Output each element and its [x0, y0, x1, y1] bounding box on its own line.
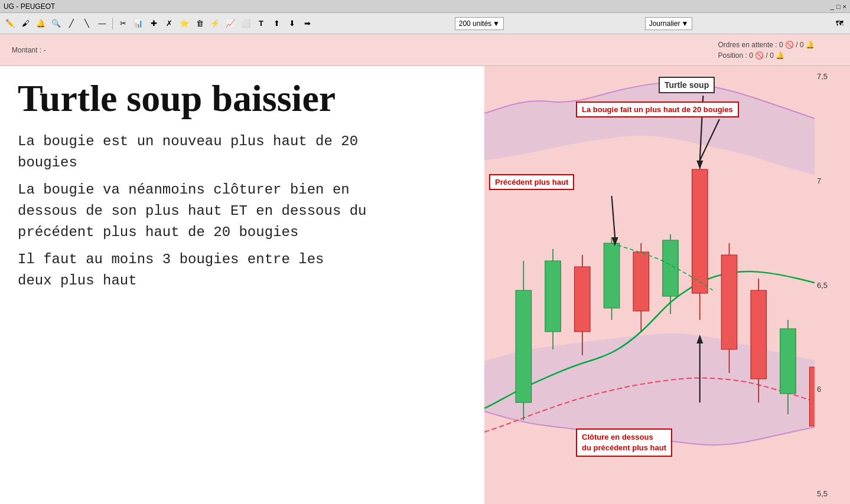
desc-line-3: Il faut au moins 3 bougies entre lesdeux…: [18, 249, 467, 292]
position-value2: 0: [770, 51, 774, 60]
app-title: UG - PEUGEOT: [4, 2, 55, 11]
tool-brush[interactable]: 🖌: [19, 17, 32, 30]
annotation-bougie-20: La bougie fait un plus haut de 20 bougie…: [576, 102, 739, 117]
tool-chart[interactable]: 📊: [132, 17, 145, 30]
minimize-btn[interactable]: _: [831, 3, 834, 10]
y-label-65: 6,5: [817, 281, 848, 290]
orders-value2: 0: [800, 41, 804, 49]
orders-icon2: 🔔: [806, 41, 815, 49]
annotation-turtle-soup: Turtle soup: [659, 77, 715, 93]
desc-line-2: La bougie va néanmoins clôturer bien end…: [18, 179, 467, 243]
tool-arrowup-chart[interactable]: 📈: [224, 17, 237, 30]
right-panel: Turtle soup La bougie fait un plus haut …: [484, 66, 850, 504]
tool-bell[interactable]: 🔔: [34, 17, 47, 30]
position-value: 0: [749, 51, 753, 60]
main-content: Turtle soup baissier La bougie est un no…: [0, 66, 850, 504]
tool-x[interactable]: ✗: [162, 17, 175, 30]
info-bar-right: Ordres en attente : 0 🚫 / 0 🔔 Position :…: [718, 34, 815, 66]
title-bar: UG - PEUGEOT _ □ ×: [0, 0, 850, 13]
orders-icon1: 🚫: [785, 41, 794, 49]
tool-cross[interactable]: ✚: [147, 17, 160, 30]
tool-arrowright[interactable]: ➡: [301, 17, 314, 30]
description-block: La bougie est un nouveau plus haut de 20…: [18, 131, 467, 292]
svg-rect-18: [780, 329, 796, 394]
tool-map[interactable]: 🗺: [833, 17, 846, 30]
tool-dash[interactable]: —: [96, 17, 109, 30]
annotation-precedent: Précédent plus haut: [489, 174, 574, 190]
tool-search[interactable]: 🔍: [50, 17, 63, 30]
svg-rect-12: [692, 169, 708, 293]
position-icon1: 🚫: [755, 51, 764, 60]
svg-rect-4: [575, 267, 591, 332]
info-bar-montant: Montant : -: [12, 46, 45, 54]
orders-value: 0: [779, 41, 783, 49]
y-label-6: 6: [817, 385, 848, 394]
y-label-75: 7,5: [817, 72, 848, 81]
montant-value: -: [43, 46, 45, 54]
period-chevron: ▼: [681, 19, 688, 28]
period-label: Journalier: [649, 19, 680, 28]
tool-box[interactable]: ⬜: [239, 17, 252, 30]
montant-label: Montant :: [12, 46, 41, 54]
svg-rect-16: [751, 290, 767, 379]
tool-arrowup[interactable]: ⬆: [270, 17, 283, 30]
svg-rect-6: [604, 243, 620, 308]
svg-rect-8: [633, 252, 649, 311]
maximize-btn[interactable]: □: [836, 3, 841, 10]
separator-1: [112, 18, 113, 30]
tool-trash[interactable]: 🗑: [193, 17, 206, 30]
tool-zigzag[interactable]: ⚡: [209, 17, 222, 30]
window-controls[interactable]: _ □ ×: [831, 3, 846, 10]
tool-cut[interactable]: ✂: [116, 17, 129, 30]
orders-info: Ordres en attente : 0 🚫 / 0 🔔: [718, 41, 815, 49]
toolbar: ✏️ 🖌 🔔 🔍 ╱ ╲ — ✂ 📊 ✚ ✗ ⭐ 🗑 ⚡ 📈 ⬜ T ⬆ ⬇ ➡…: [0, 13, 850, 34]
orders-label: Ordres en attente :: [718, 41, 777, 49]
candle-body-1: [516, 290, 532, 402]
orders-sep: /: [796, 41, 800, 49]
period-dropdown[interactable]: Journalier ▼: [645, 17, 693, 30]
tool-text[interactable]: T: [255, 17, 268, 30]
position-label: Position :: [718, 51, 747, 60]
left-panel: Turtle soup baissier La bougie est un no…: [0, 66, 484, 504]
y-label-7: 7: [817, 176, 848, 185]
page-title: Turtle soup baissier: [18, 78, 467, 119]
close-btn[interactable]: ×: [843, 3, 846, 10]
units-label: 200 unités: [459, 19, 491, 28]
tool-star[interactable]: ⭐: [178, 17, 191, 30]
desc-line-1: La bougie est un nouveau plus haut de 20…: [18, 131, 467, 174]
tool-pencil[interactable]: ✏️: [4, 17, 17, 30]
title-bar-left: UG - PEUGEOT: [4, 2, 55, 11]
position-icon2: 🔔: [776, 51, 784, 60]
position-info: Position : 0 🚫 / 0 🔔: [718, 51, 815, 60]
y-label-55: 5,5: [817, 489, 848, 498]
svg-rect-14: [721, 255, 737, 349]
info-bar: Montant : - Ordres en attente : 0 🚫 / 0 …: [0, 34, 850, 66]
svg-rect-10: [663, 240, 679, 296]
units-dropdown[interactable]: 200 unités ▼: [455, 17, 504, 30]
tool-arrowdown[interactable]: ⬇: [285, 17, 298, 30]
svg-rect-2: [545, 261, 561, 332]
units-chevron: ▼: [493, 19, 500, 28]
tool-line1[interactable]: ╱: [65, 17, 78, 30]
tool-line2[interactable]: ╲: [80, 17, 93, 30]
y-axis: 7,5 7 6,5 6 5,5: [815, 66, 850, 504]
annotation-cloture: Clôture en dessousdu précédent plus haut: [576, 428, 672, 457]
